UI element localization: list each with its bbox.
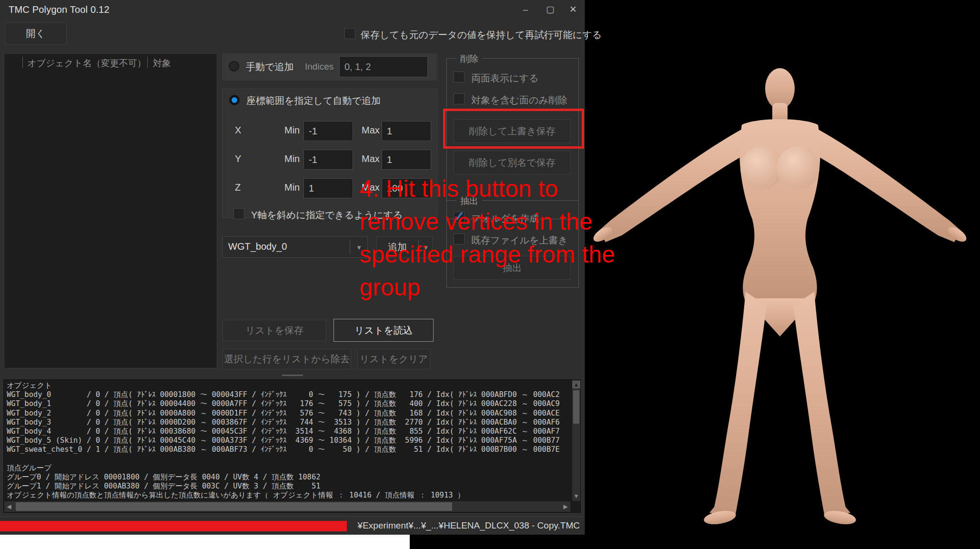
column-separator (22, 57, 23, 68)
delete-group-title: 削除 (456, 53, 482, 65)
log-line: オブジェクト (7, 381, 560, 390)
max-label: Max (362, 153, 380, 164)
axis-label: Y (235, 153, 241, 164)
x-max-input[interactable] (382, 121, 431, 141)
window-title: TMC Polygon Tool 0.12 (9, 4, 110, 15)
annotation-text: 4. Hit this button to remove vertices in… (360, 173, 615, 304)
both-faces-checkbox[interactable] (454, 71, 465, 82)
scroll-right-icon[interactable]: ▶ (562, 501, 569, 512)
delete-save-as-button[interactable]: 削除して別名で保存 (454, 151, 571, 174)
figure-model (585, 0, 980, 549)
open-button[interactable]: 開く (5, 22, 67, 45)
faces-only-checkbox[interactable] (454, 93, 465, 104)
faces-only-label: 対象を含む面のみ削除 (471, 94, 567, 107)
annotation-line: group (360, 271, 615, 304)
highlight-rectangle (443, 109, 584, 149)
log-line: WGT_sweat_chest_0 / 1 / 頂点( ｱﾄﾞﾚｽ 000AB3… (7, 445, 560, 454)
log-line: 頂点グループ (7, 464, 560, 473)
splitter-grip[interactable] (282, 375, 303, 376)
annotation-line: remove vertices in the (360, 205, 615, 238)
y-diagonal-checkbox[interactable] (233, 208, 244, 219)
group-combobox[interactable]: WGT_body_0 ▼ (222, 236, 368, 258)
object-name-header: オブジェクト名（変更不可） (27, 57, 146, 70)
x-min-input[interactable] (303, 121, 353, 141)
save-list-button[interactable]: リストを保存 (222, 320, 326, 341)
annotation-line: specified range from the (360, 238, 615, 271)
manual-add-label: 手動で追加 (246, 61, 293, 73)
log-text: オブジェクト WGT_body_0 / 0 / 頂点( ｱﾄﾞﾚｽ 000018… (7, 381, 560, 500)
manual-add-radio[interactable] (229, 61, 239, 71)
axis-label: Z (235, 182, 241, 193)
close-icon[interactable]: ✕ (565, 3, 581, 16)
log-console[interactable]: オブジェクト WGT_body_0 / 0 / 頂点( ｱﾄﾞﾚｽ 000018… (2, 378, 582, 514)
object-list-panel[interactable]: オブジェクト名（変更不可） 対象 (4, 53, 217, 368)
progress-bar (0, 521, 347, 531)
load-list-button[interactable]: リストを読込 (333, 319, 434, 342)
indices-label: Indices (305, 61, 333, 72)
vertical-scroll-thumb[interactable] (573, 390, 579, 424)
scroll-left-icon[interactable]: ◀ (5, 501, 13, 512)
horizontal-scrollbar[interactable]: ◀ ▶ (4, 501, 570, 512)
background-strip (0, 535, 410, 549)
annotation-line: 4. Hit this button to (360, 173, 615, 205)
log-line: オブジェクト情報の頂点数と頂点情報から算出した頂点数に違いがあります（ オブジェ… (7, 491, 560, 500)
range-add-label: 座標範囲を指定して自動で追加 (246, 94, 381, 107)
indices-input[interactable] (339, 56, 428, 77)
vertical-scrollbar[interactable]: ▲ ▼ (572, 380, 580, 501)
combobox-divider (350, 240, 350, 254)
max-label: Max (362, 125, 380, 136)
y-min-input[interactable] (303, 150, 353, 170)
clear-list-button[interactable]: リストをクリア (357, 349, 430, 369)
log-line: WGT_body_3 / 0 / 頂点( ｱﾄﾞﾚｽ 0000D200 ～ 00… (7, 418, 560, 427)
status-bar: ¥Experiment¥...¥_...¥HELENA_DLCX_038 - C… (0, 517, 585, 535)
group-combobox-value: WGT_body_0 (228, 241, 287, 252)
scroll-up-icon[interactable]: ▲ (572, 381, 580, 388)
minimize-icon[interactable]: – (517, 3, 534, 16)
target-header: 対象 (153, 57, 171, 70)
log-line: WGT_body_1 / 0 / 頂点( ｱﾄﾞﾚｽ 00004400 ～ 00… (7, 399, 560, 408)
scroll-down-icon[interactable]: ▼ (572, 492, 580, 500)
min-label: Min (284, 153, 300, 164)
log-line: WGT_body_2 / 0 / 頂点( ｱﾄﾞﾚｽ 0000A800 ～ 00… (7, 409, 560, 418)
log-line: WGT_body_5 (Skin) / 0 / 頂点( ｱﾄﾞﾚｽ 00045C… (7, 436, 560, 445)
log-line: グループ0 / 開始アドレス 00001800 / 個別データ長 0040 / … (7, 473, 560, 482)
axis-label: X (235, 125, 241, 136)
maximize-icon[interactable]: ▢ (542, 3, 558, 16)
keep-original-checkbox[interactable] (344, 28, 355, 39)
horizontal-scroll-thumb[interactable] (16, 502, 452, 511)
log-line: WGT_body_4 / 0 / 頂点( ｱﾄﾞﾚｽ 00038680 ～ 00… (7, 427, 560, 436)
titlebar[interactable]: TMC Polygon Tool 0.12 – ▢ ✕ (0, 0, 585, 19)
log-line: WGT_body_0 / 0 / 頂点( ｱﾄﾞﾚｽ 00001800 ～ 00… (7, 390, 560, 399)
file-path: ¥Experiment¥...¥_...¥HELENA_DLCX_038 - C… (358, 520, 580, 531)
remove-selected-button[interactable]: 選択した行をリストから除去 (222, 349, 351, 369)
min-label: Min (284, 182, 300, 193)
both-faces-label: 両面表示にする (471, 72, 538, 85)
column-separator (147, 57, 148, 68)
min-label: Min (284, 125, 300, 136)
log-line: グループ1 / 開始アドレス 000AB380 / 個別データ長 003C / … (7, 482, 560, 491)
manual-add-panel: 手動で追加 Indices (222, 53, 437, 81)
keep-original-label: 保存しても元のデータの値を保持して再試行可能にする (361, 29, 602, 41)
log-line (7, 455, 560, 464)
range-add-radio[interactable] (229, 95, 240, 105)
3d-viewport[interactable] (585, 0, 980, 549)
z-min-input[interactable] (303, 178, 353, 198)
y-max-input[interactable] (382, 150, 431, 170)
